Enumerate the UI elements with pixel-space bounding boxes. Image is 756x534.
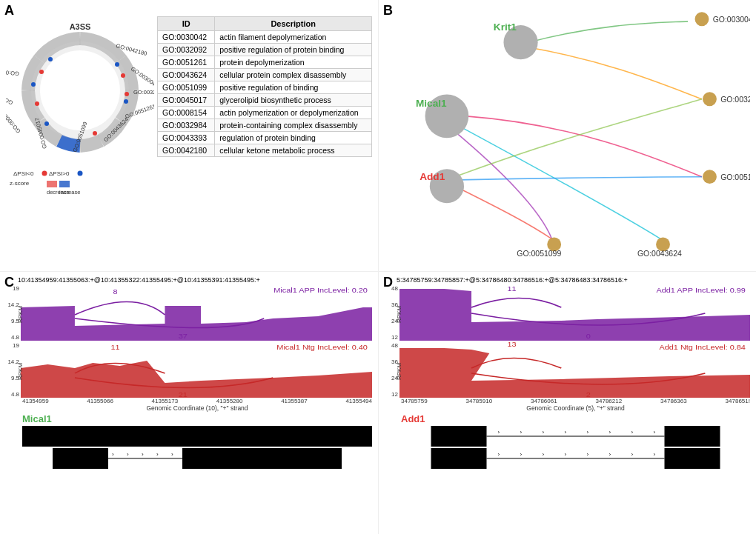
red-dot-5 [39,70,44,74]
legend-dpsi-neg: ΔPSI<0 [13,170,34,177]
panel-c-coord: 10:41354959:41355063:+@10:41355322:41355… [18,276,372,284]
svg-rect-32 [431,426,487,447]
svg-rect-44 [665,448,720,469]
circular-diagram: A3SS [6,16,154,194]
svg-marker-4 [21,361,372,398]
table-row: GO:0030042actin filament depolymerizatio… [158,31,372,44]
app-chart-svg-d: 11 0 Add1 APP IncLevel: 0.99 [399,285,750,341]
svg-rect-16 [53,448,108,469]
svg-text:›: › [565,451,567,458]
svg-text:›: › [127,451,129,458]
krit1-label: Krit1 [494,21,517,33]
go-0043624-label: GO:0043624 [637,250,682,258]
svg-rect-43 [431,448,487,469]
table-row: GO:0043624cellular protein complex disas… [158,69,372,81]
svg-text:Add1 APP IncLevel: 0.99: Add1 APP IncLevel: 0.99 [656,287,746,294]
svg-text:›: › [156,451,159,458]
svg-rect-33 [665,426,720,447]
blue-dot-1 [115,62,119,67]
blue-dot-5 [48,57,53,61]
svg-marker-0 [21,306,372,341]
svg-text:›: › [587,451,589,458]
legend-dpsi-pos: ΔPSI>0 [49,170,70,177]
panel-d: D 5:34785759:34785857:+@5:34786480:34786… [378,271,756,534]
go-0051261-label: GO:0051261 [720,173,750,181]
svg-text:›: › [609,451,611,458]
gene-track-c-1: › › › › › [22,426,372,447]
panel-b-label: B [383,3,393,19]
svg-text:11: 11 [508,285,517,293]
legend-blue-dot [78,171,83,176]
svg-marker-28 [399,348,750,398]
add1-label: Add1 [420,171,445,182]
svg-text:Add1 Ntg IncLevel: 0.84: Add1 Ntg IncLevel: 0.84 [659,344,746,351]
rpkm-label-app-d: RPKM [396,306,402,323]
svg-text:2: 2 [586,391,591,398]
table-row: GO:0042180cellular ketone metabolic proc… [158,144,372,157]
gene-track-arrows-c-1: › › › › › [22,426,372,447]
ntg-chart-svg: 11 21 Mical1 Ntg IncLevel: 0.40 [21,342,372,398]
table-row: GO:0051099positive regulation of binding [158,81,372,94]
table-row: GO:0051261protein depolymerization [158,56,372,69]
go-table: ID Description GO:0030042actin filament … [157,16,372,265]
gene-track-svg-d-2: › › › › › › › › [401,448,750,469]
rpkm-label-ntg-d: RPKM [396,363,402,380]
table-header-id: ID [158,17,215,31]
panel-c: C 10:41354959:41355063:+@10:41355322:413… [0,271,378,534]
svg-text:›: › [543,429,545,435]
svg-rect-9 [182,426,342,447]
rpkm-label-app: RPKM [17,306,24,323]
svg-text:›: › [587,429,589,435]
gene-name-d: Add1 [401,413,750,424]
x-axis-label-c: Genomic Coordinate (10), "+" strand [22,404,372,412]
svg-rect-8 [53,426,108,447]
svg-text:›: › [654,451,656,458]
go-label-0032092: GO:0032092 [133,89,154,96]
svg-text:›: › [498,451,500,458]
svg-text:›: › [498,429,500,435]
svg-text:›: › [609,429,611,435]
legend-decrease-rect [47,181,57,187]
blue-dot-2 [124,99,128,104]
legend-increase-rect [59,181,70,187]
go-label-0043393: GO:0043393 [6,67,19,77]
svg-text:11: 11 [111,344,121,351]
gene-track-d-2: › › › › › › › › [401,448,750,469]
x-axis-c: 41354959 41355066 41355173 41355280 4135… [22,398,372,404]
blue-dot-3 [44,121,49,126]
go-0051099-label: GO:0051099 [517,250,561,258]
gene-track-svg-c-2: › › › › › [22,448,372,469]
svg-text:›: › [631,451,634,458]
ntg-track-d: 48 36 24 12 RPKM 13 2 Add1 Ntg IncLevel:… [385,342,750,398]
red-dot-4 [35,101,39,106]
svg-text:37: 37 [179,333,188,340]
app-track-d: 48 36 24 12 RPKM 11 0 Add1 APP IncLevel:… [385,285,750,341]
red-dot-3 [93,131,97,136]
go-0030042-label: GO:0030042 [713,16,750,24]
go-0032092-label: GO:0032092 [720,96,750,104]
app-chart-svg: 8 37 Mical1 APP IncLevel: 0.20 [21,285,372,341]
red-dot-2 [125,92,129,96]
svg-text:8: 8 [113,288,119,296]
panel-b: B Krit1 Mical1 [378,0,756,271]
svg-text:›: › [171,451,173,458]
circular-svg: A3SS [6,16,154,201]
table-row: GO:0032984protein-containing complex dis… [158,119,372,132]
gene-track-d-1: › › › › › › › › [401,426,750,447]
blue-dot-4 [31,82,36,87]
svg-text:›: › [520,429,523,435]
svg-text:›: › [142,451,144,458]
go-terms-table: ID Description GO:0030042actin filament … [157,16,372,157]
svg-text:Mical1 APP IncLevel: 0.20: Mical1 APP IncLevel: 0.20 [273,287,368,294]
svg-text:13: 13 [508,342,517,348]
svg-text:›: › [631,429,634,435]
main-container: A A3SS [0,0,756,534]
legend-increase-label: increase [59,189,80,196]
gene-name-c: Mical1 [22,413,372,424]
svg-text:›: › [112,451,114,458]
svg-text:Mical1 Ntg IncLevel: 0.40: Mical1 Ntg IncLevel: 0.40 [276,344,368,351]
rpkm-label-ntg: RPKM [17,363,24,380]
svg-rect-17 [182,448,342,469]
svg-text:›: › [520,451,523,458]
table-row: GO:0045017glycerolipid biosynthetic proc… [158,94,372,107]
